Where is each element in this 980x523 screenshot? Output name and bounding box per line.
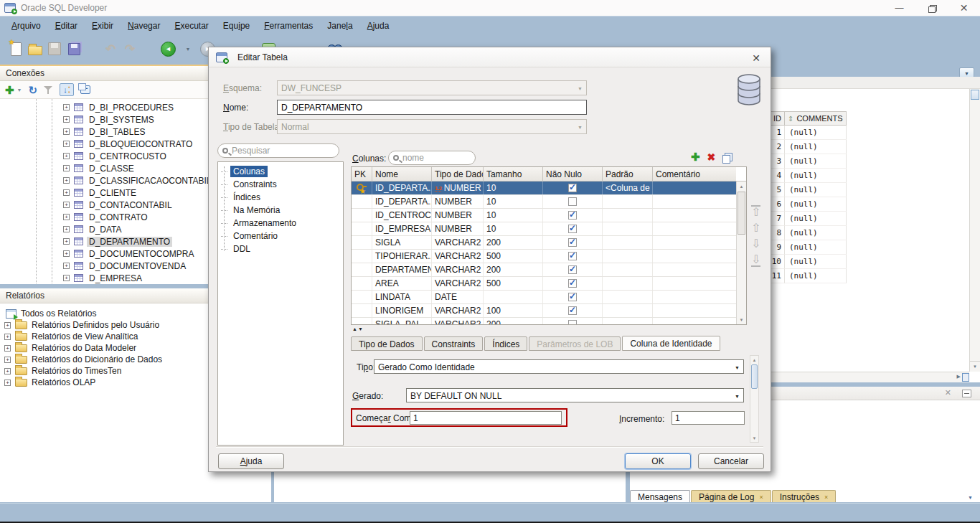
table-row[interactable]: SIGLA VARCHAR2 200 bbox=[352, 236, 746, 250]
results-header-comments[interactable]: ⇕COMMENTS bbox=[785, 111, 847, 126]
columns-search-input[interactable]: nome bbox=[388, 151, 476, 165]
copy-column-icon[interactable] bbox=[722, 153, 731, 162]
dialog-nav-item[interactable]: DDL bbox=[218, 242, 343, 255]
cancelar-button[interactable]: Cancelar bbox=[698, 453, 764, 469]
table-row[interactable]: ID_CENTROC... NUMBER 10 bbox=[352, 209, 746, 222]
dialog-titlebar[interactable]: Editar Tabela ✕ bbox=[209, 47, 771, 67]
results-row[interactable]: 9 (null) bbox=[759, 240, 847, 255]
table-row[interactable]: SIGLA_PAI VARCHAR2 200 bbox=[352, 318, 746, 324]
expand-icon[interactable]: + bbox=[63, 189, 70, 196]
results-row[interactable]: 5 (null) bbox=[759, 183, 847, 197]
comecar-com-input[interactable]: 1 bbox=[410, 411, 562, 425]
expand-icon[interactable]: + bbox=[4, 368, 11, 374]
detail-tab[interactable]: Tipo de Dados bbox=[351, 336, 423, 351]
not-null-checkbox[interactable] bbox=[568, 238, 577, 247]
scrollbar-thumb[interactable] bbox=[971, 90, 979, 100]
expand-icon[interactable]: + bbox=[4, 380, 11, 386]
not-null-checkbox[interactable] bbox=[568, 252, 577, 260]
log-tab[interactable]: Página de Log × bbox=[691, 490, 771, 502]
menu-item[interactable]: Equipe bbox=[216, 18, 257, 34]
detail-tab[interactable]: Índices bbox=[484, 336, 527, 351]
table-row[interactable]: LINDATA DATE bbox=[352, 291, 746, 304]
scroll-up-button[interactable]: ▲ bbox=[750, 356, 758, 364]
incremento-input[interactable]: 1 bbox=[672, 411, 745, 425]
scrollbar-thumb[interactable] bbox=[738, 192, 745, 235]
menu-item[interactable]: Exibir bbox=[85, 18, 121, 34]
dialog-nav-item[interactable]: Índices bbox=[218, 191, 343, 204]
not-null-checkbox[interactable] bbox=[568, 279, 577, 288]
move-down-icon[interactable]: ⇩ bbox=[751, 238, 760, 250]
close-panel-icon[interactable]: ✕ bbox=[945, 389, 951, 397]
not-null-checkbox[interactable] bbox=[568, 184, 577, 192]
scroll-right-button[interactable]: ▶ bbox=[957, 374, 961, 380]
expand-icon[interactable]: + bbox=[63, 153, 70, 159]
results-row[interactable]: 3 (null) bbox=[759, 154, 847, 169]
scroll-down-button[interactable]: ▼ bbox=[750, 434, 758, 442]
move-top-icon[interactable]: ⇧ bbox=[751, 205, 760, 218]
sort-icon[interactable]: ↓ bbox=[60, 83, 74, 96]
expand-icon[interactable]: + bbox=[4, 357, 11, 363]
splitter-handle[interactable]: ▲▼ bbox=[352, 326, 364, 331]
identity-panel-scrollbar[interactable]: ▲ ▼ bbox=[750, 355, 759, 443]
scrollbar-thumb[interactable] bbox=[751, 364, 758, 389]
dialog-nav-item[interactable]: Comentário bbox=[218, 230, 343, 242]
dialog-nav-item[interactable]: Colunas bbox=[218, 165, 343, 178]
expand-icon[interactable]: + bbox=[63, 238, 70, 245]
menu-item[interactable]: Navegar bbox=[121, 18, 167, 34]
expand-icon[interactable]: + bbox=[63, 202, 70, 208]
results-row[interactable]: 4 (null) bbox=[759, 169, 847, 183]
expand-icon[interactable]: + bbox=[63, 104, 70, 110]
add-column-icon[interactable]: ✚ bbox=[691, 151, 700, 164]
dialog-close-icon[interactable]: ✕ bbox=[752, 52, 760, 64]
scroll-down-button[interactable]: ▼ bbox=[970, 361, 980, 372]
table-row[interactable]: ID_DEPARTA... 1.2NUMBER 10 <Coluna de Id… bbox=[352, 182, 746, 195]
gerado-combobox[interactable]: BY DEFAULT ON NULL▼ bbox=[406, 388, 744, 402]
results-row[interactable]: 2 (null) bbox=[759, 140, 847, 154]
expand-icon[interactable]: + bbox=[63, 177, 70, 184]
results-row[interactable]: 1 (null) bbox=[759, 126, 847, 140]
results-vertical-scrollbar[interactable]: ▼ bbox=[969, 89, 980, 372]
expand-icon[interactable]: + bbox=[63, 263, 70, 269]
collapse-all-icon[interactable] bbox=[80, 85, 90, 94]
table-row[interactable]: TIPOHIERAR... VARCHAR2 500 bbox=[352, 250, 746, 263]
ajuda-button[interactable]: Ajuda bbox=[218, 453, 284, 469]
results-row[interactable]: 7 (null) bbox=[759, 212, 847, 226]
not-null-checkbox[interactable] bbox=[568, 211, 577, 220]
not-null-checkbox[interactable] bbox=[568, 306, 577, 315]
expand-icon[interactable]: + bbox=[63, 226, 70, 232]
tipo-combobox[interactable]: Gerado Como Identidade▼ bbox=[374, 359, 744, 374]
not-null-checkbox[interactable] bbox=[568, 293, 577, 301]
not-null-checkbox[interactable] bbox=[568, 197, 577, 206]
filter-icon[interactable] bbox=[44, 85, 53, 95]
expand-icon[interactable]: + bbox=[63, 141, 70, 147]
columns-table-scrollbar[interactable]: ▲ ▼ bbox=[736, 182, 746, 324]
expand-icon[interactable]: + bbox=[4, 345, 11, 352]
expand-icon[interactable]: + bbox=[63, 214, 70, 220]
dialog-nav-item[interactable]: Na Memória bbox=[218, 204, 343, 217]
menu-item[interactable]: Ferramentas bbox=[257, 18, 320, 34]
log-tab[interactable]: Mensagens bbox=[630, 490, 690, 502]
minimize-panel-icon[interactable] bbox=[962, 390, 971, 397]
table-row[interactable]: LINORIGEM VARCHAR2 100 bbox=[352, 304, 746, 318]
results-row[interactable]: 11 (null) bbox=[759, 269, 847, 283]
expand-icon[interactable]: + bbox=[63, 116, 70, 123]
menu-item[interactable]: Ajuda bbox=[360, 18, 397, 34]
add-dropdown-icon[interactable]: ▼ bbox=[17, 88, 22, 93]
ok-button[interactable]: OK bbox=[625, 453, 691, 469]
move-up-icon[interactable]: ⇧ bbox=[751, 222, 760, 234]
menu-item[interactable]: Executar bbox=[167, 18, 215, 34]
table-row[interactable]: ID_DEPARTA... NUMBER 10 bbox=[352, 195, 746, 209]
dialog-nav-item[interactable]: Armazenamento bbox=[218, 217, 343, 230]
add-connection-icon[interactable]: ✚ bbox=[5, 85, 14, 95]
expand-icon[interactable]: + bbox=[4, 334, 11, 340]
expand-icon[interactable]: + bbox=[63, 275, 70, 281]
table-row[interactable]: ID_EMPRESA NUMBER 10 bbox=[352, 222, 746, 236]
delete-column-icon[interactable]: ✖ bbox=[707, 151, 716, 163]
scroll-down-button[interactable]: ▼ bbox=[737, 315, 746, 324]
results-row[interactable]: 6 (null) bbox=[759, 197, 847, 212]
refresh-icon[interactable]: ↻ bbox=[29, 85, 38, 95]
dialog-search-input[interactable]: Pesquisar bbox=[217, 143, 339, 158]
minimize-button[interactable]: — bbox=[883, 0, 915, 16]
table-row[interactable]: AREA VARCHAR2 500 bbox=[352, 277, 746, 291]
not-null-checkbox[interactable] bbox=[568, 320, 577, 324]
